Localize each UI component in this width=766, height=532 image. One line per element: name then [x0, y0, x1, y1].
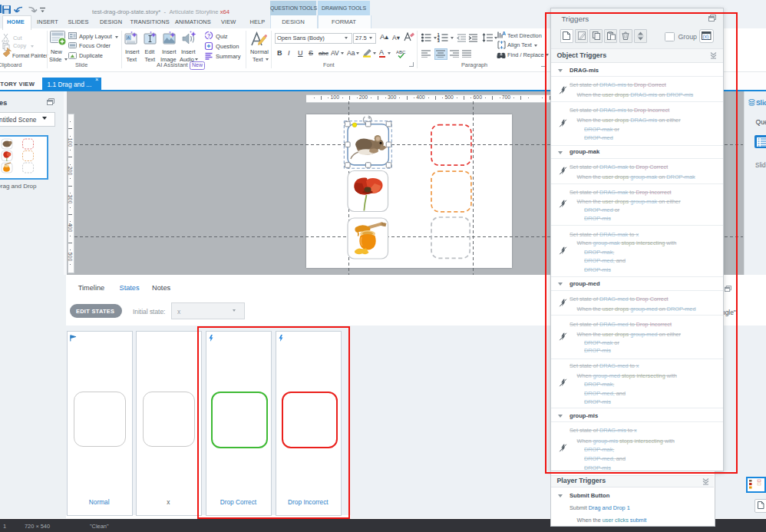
svg-text:ABC: ABC [396, 49, 406, 54]
svg-text:A: A [127, 35, 130, 40]
svg-text:?: ? [207, 33, 210, 38]
svg-text:A: A [502, 31, 506, 36]
svg-text:3: 3 [437, 39, 440, 42]
